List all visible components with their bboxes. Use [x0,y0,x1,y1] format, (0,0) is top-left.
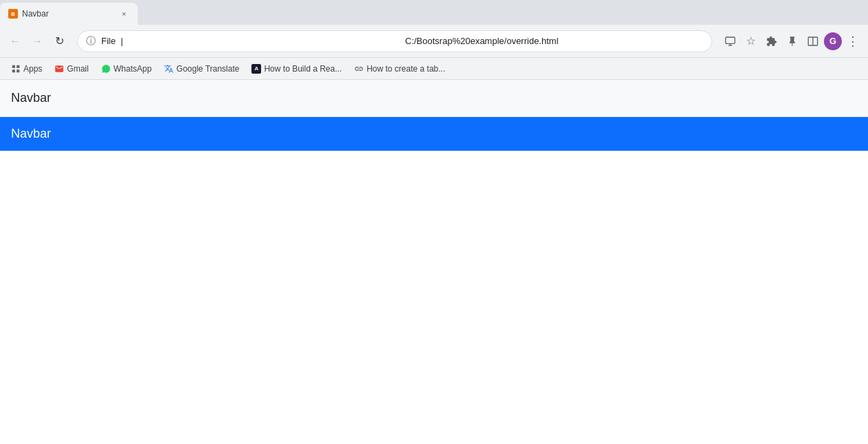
forward-button[interactable]: → [28,32,47,51]
bookmarks-bar: Apps Gmail WhatsApp [0,58,868,80]
link-favicon [354,64,364,74]
whatsapp-favicon [101,64,111,74]
tab-favicon: B [8,9,18,19]
url-text: C:/Bootsrap%20example/override.html [405,36,703,46]
back-button[interactable]: ← [6,32,25,51]
howto-create-label: How to create a tab... [366,64,445,74]
page-navbar-light: Navbar [0,80,868,117]
address-bar[interactable]: ⓘ File | C:/Bootsrap%20example/override.… [77,30,712,52]
svg-rect-6 [17,65,19,67]
howto-build-label: How to Build a Rea... [264,64,342,74]
reload-button[interactable]: ↻ [50,32,69,51]
apps-favicon [11,64,21,74]
back-icon: ← [10,35,21,47]
svg-rect-8 [17,70,19,72]
bookmark-gtranslate[interactable]: Google Translate [158,62,245,76]
svg-rect-7 [12,70,15,72]
svg-rect-0 [725,37,734,43]
toolbar-icons: ☆ G ⋮ [721,32,862,51]
reload-icon: ↻ [55,34,64,47]
bookmark-whatsapp[interactable]: WhatsApp [96,62,157,76]
forward-icon: → [32,35,43,47]
svg-rect-5 [12,65,15,67]
page-navbar-light-text: Navbar [11,91,51,105]
tab-title: Navbar [22,9,114,19]
page-content: Navbar Navbar [0,80,868,444]
file-label: File | [101,36,400,46]
info-icon: ⓘ [86,35,96,47]
adalabs-favicon: A [251,64,261,74]
profile-avatar[interactable]: G [824,32,842,50]
tab-bar: B Navbar × [0,0,868,25]
address-bar-row: ← → ↻ ⓘ File | C:/Bootsrap%20example/ove… [0,25,868,58]
extensions-button[interactable] [762,32,781,51]
bookmark-howto-create[interactable]: How to create a tab... [349,62,451,76]
page-navbar-blue-text: Navbar [11,127,51,140]
bookmark-apps[interactable]: Apps [6,62,48,76]
bookmark-star-button[interactable]: ☆ [741,32,761,51]
bookmark-star-icon: ☆ [746,34,756,47]
whatsapp-label: WhatsApp [114,64,152,74]
bookmark-gmail[interactable]: Gmail [49,62,94,76]
more-menu-button[interactable]: ⋮ [843,32,862,51]
gtranslate-label: Google Translate [176,64,239,74]
bookmark-howto-build[interactable]: A How to Build a Rea... [246,62,347,76]
page-navbar-blue: Navbar [0,117,868,151]
split-view-button[interactable] [803,32,823,51]
active-tab[interactable]: B Navbar × [0,3,138,25]
gmail-favicon [54,64,64,74]
browser-window: B Navbar × ← → ↻ ⓘ File | C:/Bootsrap%20… [0,0,868,444]
gmail-label: Gmail [67,64,88,74]
more-icon: ⋮ [847,34,859,49]
pin-button[interactable] [783,32,802,51]
screenshare-button[interactable] [721,32,740,51]
tab-close-button[interactable]: × [118,8,130,19]
gtranslate-favicon [164,64,174,74]
apps-label: Apps [23,64,42,74]
profile-initial: G [829,36,836,46]
